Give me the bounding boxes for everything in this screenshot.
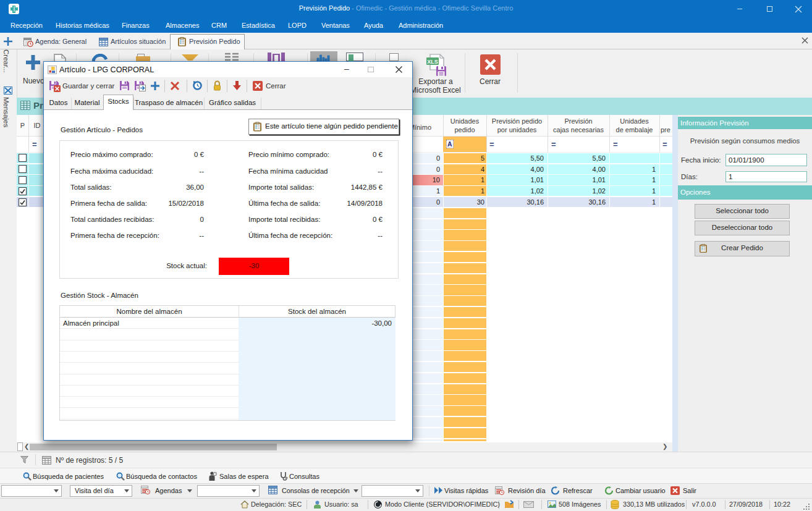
svg-text:XLS: XLS	[427, 59, 438, 65]
